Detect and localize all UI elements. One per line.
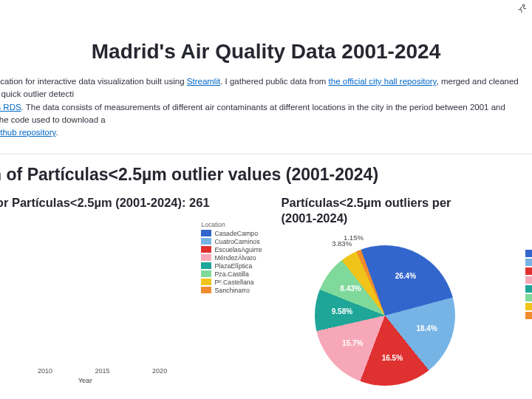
legend-swatch[interactable] — [525, 259, 532, 266]
bar-chart[interactable]: 2005201020152020 Year Location CasadeCam… — [0, 219, 259, 382]
legend-swatch[interactable] — [525, 303, 532, 310]
link-github[interactable]: the Github repository — [0, 128, 56, 137]
svg-point-0 — [522, 4, 525, 7]
link-aws-rds[interactable]: AWS RDS — [0, 103, 21, 112]
legend-item[interactable]: PlazaElíptica — [201, 262, 265, 270]
legend-item[interactable]: MéndezÁlvaro — [201, 254, 265, 262]
bar-legend: Location CasadeCampoCuatroCaminosEscuela… — [201, 221, 265, 295]
legend-item[interactable]: CuatroCaminos — [201, 238, 265, 245]
legend-swatch[interactable] — [525, 276, 532, 284]
bar-chart-title: ers for Partículas<2.5µm (2001-2024): 26… — [0, 195, 259, 211]
legend-swatch[interactable] — [525, 312, 532, 319]
pie-chart[interactable]: 26.4%18.4%16.5%15.7%9.58%8.43%3.83%1.15% — [281, 235, 532, 398]
intro-paragraph: eb application for interactive data visu… — [0, 75, 525, 139]
pie-slice-label: 8.43% — [340, 284, 361, 293]
legend-swatch[interactable] — [525, 267, 532, 275]
legend-swatch[interactable] — [525, 285, 532, 293]
link-city-hall[interactable]: the official city hall repository — [329, 77, 437, 86]
link-streamlit[interactable]: Streamlit — [187, 77, 220, 86]
legend-item[interactable]: Pº.Castellana — [201, 279, 265, 286]
pie-slice-label: 26.4% — [395, 272, 416, 280]
pie-chart-title: Partículas<2.5µm outliers per (2001-2024… — [281, 195, 532, 225]
pie-slice-label: 1.15% — [344, 233, 364, 242]
x-tick: 2020 — [152, 367, 167, 375]
section-title: tion of Partículas<2.5µm outlier values … — [0, 165, 532, 185]
legend-item[interactable]: CasadeCampo — [201, 230, 265, 237]
pie-slice-label: 9.58% — [332, 307, 352, 316]
pie-legend — [525, 250, 532, 321]
divider — [0, 154, 532, 154]
legend-item[interactable]: Sanchinarro — [201, 287, 265, 294]
legend-item[interactable]: Pza.Castilla — [201, 270, 265, 278]
pie-slice-label: 15.7% — [342, 339, 363, 347]
pie-slice-label: 18.4% — [416, 324, 437, 332]
legend-swatch[interactable] — [525, 250, 532, 257]
x-tick: 2010 — [38, 367, 52, 375]
pie-slice-label: 16.5% — [382, 354, 403, 362]
running-icon — [516, 4, 528, 17]
x-axis-label: Year — [0, 376, 200, 384]
toolbar — [516, 3, 528, 18]
page-title: Madrid's Air Quality Data 2001-2024 — [0, 40, 532, 64]
x-tick: 2015 — [95, 367, 110, 375]
legend-item[interactable]: EscuelasAguirre — [201, 246, 265, 253]
legend-swatch[interactable] — [525, 294, 532, 301]
